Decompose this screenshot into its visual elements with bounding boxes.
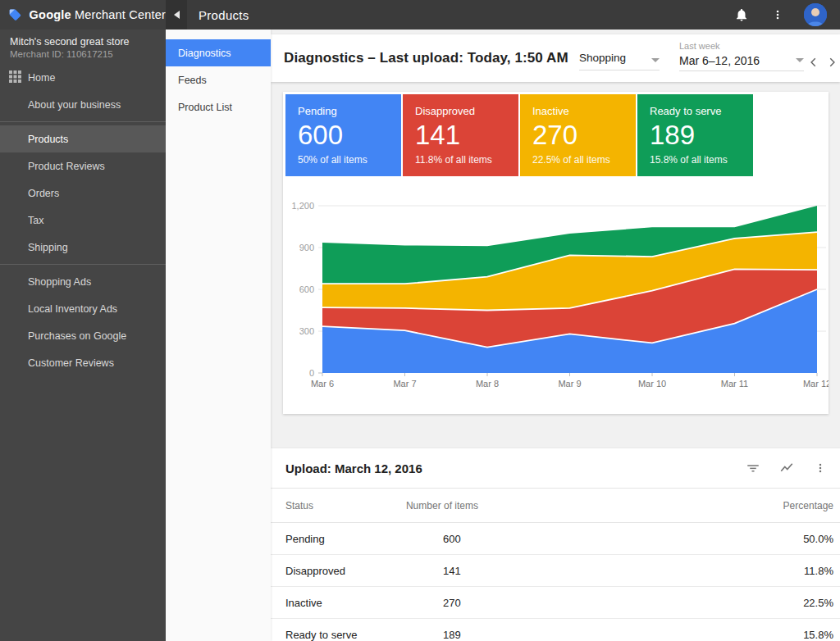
- sidebar-item-label: Purchases on Google: [28, 330, 126, 342]
- sidebar-item-label: Shipping: [28, 242, 68, 253]
- avatar[interactable]: [804, 3, 827, 26]
- column-header-number: Number of items: [406, 500, 461, 511]
- filter-button[interactable]: [743, 458, 763, 478]
- sidebar-item-product-reviews[interactable]: Product Reviews: [0, 152, 166, 180]
- card-label: Disapproved: [415, 105, 506, 117]
- channel-select-value: Shopping: [579, 52, 626, 64]
- sidebar-item-label: Products: [28, 134, 68, 145]
- topbar-actions: [732, 3, 840, 26]
- upload-table-card: Upload: March 12, 2016: [271, 448, 840, 641]
- merchant-center-app: Google Merchant Center Products: [0, 0, 840, 641]
- cell-percentage: 22.5%: [461, 597, 833, 609]
- date-range-value: Mar 6–12, 2016: [679, 54, 760, 67]
- page-title: Products: [199, 8, 732, 22]
- collapse-sidebar-button[interactable]: [166, 0, 187, 30]
- sidebar-item-label: Orders: [28, 188, 59, 199]
- diagnostics-title: Diagnostics – Last upload: Today, 1:50 A…: [284, 34, 568, 82]
- filter-list-icon: [746, 461, 760, 475]
- notifications-bell-icon: [734, 7, 749, 22]
- sidebar-item-label: About your business: [28, 99, 121, 111]
- y-axis-tick-label: 0: [309, 368, 314, 378]
- sidebar-item-label: Customer Reviews: [28, 357, 114, 369]
- sidebar-item-local-inventory-ads[interactable]: Local Inventory Ads: [0, 295, 166, 322]
- cell-status: Ready to serve: [285, 629, 406, 641]
- cell-status: Disapproved: [285, 565, 406, 577]
- more-vert-icon: [815, 461, 826, 475]
- cell-number: 600: [406, 533, 461, 545]
- table-row-pending: Pending 600 50.0%: [271, 523, 840, 555]
- sidebar-item-about-your-business[interactable]: About your business: [0, 91, 166, 118]
- store-name: Mitch's second great store: [10, 36, 156, 48]
- card-share: 15.8% of all items: [650, 154, 741, 166]
- y-axis-tick-label: 900: [299, 243, 314, 252]
- table-more-options-button[interactable]: [810, 458, 830, 478]
- more-options-button[interactable]: [768, 5, 788, 25]
- table-body: Pending 600 50.0%Disapproved 141 11.8%In…: [271, 523, 840, 641]
- collapse-left-icon: [174, 11, 180, 19]
- dropdown-caret-icon: [651, 58, 660, 62]
- card-label: Ready to serve: [650, 105, 741, 117]
- x-axis-tick-label: Mar 8: [476, 379, 499, 389]
- x-axis-tick-label: Mar 12: [803, 379, 829, 389]
- cell-percentage: 15.8%: [461, 629, 833, 641]
- subnav-item-diagnostics[interactable]: Diagnostics: [166, 39, 271, 66]
- cell-number: 270: [406, 597, 461, 609]
- card-label: Inactive: [532, 105, 623, 117]
- summary-card-ready-to-serve[interactable]: Ready to serve 189 15.8% of all items: [637, 94, 753, 176]
- card-value: 600: [298, 120, 389, 150]
- show-chart-icon: [779, 461, 794, 475]
- notifications-button[interactable]: [732, 5, 751, 25]
- chevron-left-icon: [808, 57, 819, 68]
- cell-number: 141: [406, 565, 461, 577]
- x-axis-tick-label: Mar 10: [638, 379, 666, 389]
- sidebar-divider: [0, 264, 166, 265]
- brand-text: Google Merchant Center: [30, 8, 166, 21]
- column-header-percentage: Percentage: [461, 500, 833, 511]
- sidebar-item-customer-reviews[interactable]: Customer Reviews: [0, 349, 166, 376]
- cell-status: Inactive: [285, 597, 406, 609]
- show-chart-button[interactable]: [777, 458, 797, 478]
- main-sidebar: Mitch's second great store Merchant ID: …: [0, 30, 166, 641]
- card-share: 11.8% of all items: [415, 154, 506, 166]
- y-axis-tick-label: 300: [299, 326, 314, 336]
- merchant-tag-logo-icon: [8, 6, 22, 24]
- cell-percentage: 50.0%: [461, 533, 833, 545]
- diagnostics-chart-card: Pending 600 50% of all itemsDisapproved …: [283, 92, 829, 414]
- sidebar-item-tax[interactable]: Tax: [0, 207, 166, 234]
- upload-table-titlebar: Upload: March 12, 2016: [271, 448, 840, 488]
- x-axis-tick-label: Mar 7: [393, 379, 416, 389]
- summary-card-inactive[interactable]: Inactive 270 22.5% of all items: [520, 94, 636, 176]
- cell-number: 189: [406, 629, 461, 641]
- sidebar-item-label: Home: [28, 72, 55, 84]
- summary-card-disapproved[interactable]: Disapproved 141 11.8% of all items: [403, 94, 518, 176]
- summary-card-pending[interactable]: Pending 600 50% of all items: [285, 94, 401, 176]
- subnav-item-feeds[interactable]: Feeds: [166, 66, 271, 93]
- table-row-ready-to-serve: Ready to serve 189 15.8%: [271, 619, 840, 641]
- dropdown-caret-icon: [796, 58, 804, 62]
- sidebar-item-home[interactable]: Home: [0, 64, 166, 91]
- period-label: Last week: [679, 41, 804, 51]
- x-axis-tick-label: Mar 11: [721, 379, 748, 389]
- sidebar-item-orders[interactable]: Orders: [0, 180, 166, 207]
- next-period-button[interactable]: [824, 54, 840, 70]
- x-axis-tick-label: Mar 9: [558, 379, 581, 389]
- card-value: 189: [650, 120, 741, 150]
- card-value: 270: [532, 120, 623, 150]
- y-axis-tick-label: 600: [299, 284, 314, 294]
- products-subnav: DiagnosticsFeedsProduct List: [166, 30, 271, 641]
- sidebar-item-shipping[interactable]: Shipping: [0, 234, 166, 261]
- stacked-area-chart: 03006009001,200Mar 6Mar 7Mar 8Mar 9Mar 1…: [283, 189, 829, 403]
- avatar-image: [804, 3, 827, 26]
- brand-logo[interactable]: Google Merchant Center: [0, 0, 166, 30]
- chevron-right-icon: [826, 57, 838, 68]
- card-label: Pending: [298, 105, 389, 117]
- previous-period-button[interactable]: [806, 54, 822, 70]
- sidebar-item-shopping-ads[interactable]: Shopping Ads: [0, 268, 166, 295]
- sidebar-item-products[interactable]: Products: [0, 125, 166, 152]
- date-range-select[interactable]: Last week Mar 6–12, 2016: [679, 41, 804, 71]
- top-app-bar: Google Merchant Center Products: [0, 0, 840, 30]
- channel-select[interactable]: Shopping: [579, 48, 660, 70]
- sidebar-item-purchases-on-google[interactable]: Purchases on Google: [0, 322, 166, 349]
- subnav-item-product-list[interactable]: Product List: [166, 93, 271, 120]
- sidebar-nav: HomeAbout your businessProductsProduct R…: [0, 64, 166, 376]
